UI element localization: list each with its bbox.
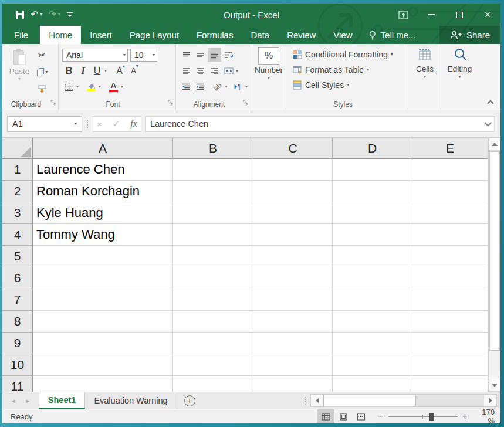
cell-C10[interactable] bbox=[253, 354, 333, 376]
cell-E7[interactable] bbox=[412, 289, 488, 311]
row-header-1[interactable]: 1 bbox=[2, 159, 33, 181]
row-header-7[interactable]: 7 bbox=[2, 289, 33, 311]
cell-C9[interactable] bbox=[253, 333, 333, 354]
wrap-text-button[interactable] bbox=[222, 48, 235, 62]
cell-A2[interactable]: Roman Korchagin bbox=[33, 181, 173, 202]
scroll-right-button[interactable] bbox=[484, 395, 496, 406]
orientation-dropdown-caret[interactable]: ▾ bbox=[225, 84, 227, 89]
row-header-6[interactable]: 6 bbox=[2, 267, 33, 289]
alignment-dialog-launcher[interactable] bbox=[243, 97, 248, 107]
save-button[interactable] bbox=[15, 10, 25, 19]
row-header-4[interactable]: 4 bbox=[2, 224, 33, 246]
merge-center-dropdown-caret[interactable]: ▾ bbox=[236, 69, 238, 73]
vertical-scrollbar[interactable] bbox=[488, 138, 500, 392]
new-sheet-button[interactable]: + bbox=[184, 392, 195, 409]
cell-C2[interactable] bbox=[253, 181, 333, 202]
conditional-formatting-caret[interactable]: ▾ bbox=[391, 52, 393, 57]
cell-D6[interactable] bbox=[333, 267, 412, 289]
fill-color-dropdown-caret[interactable]: ▾ bbox=[99, 84, 101, 89]
select-all-corner[interactable] bbox=[2, 138, 33, 159]
cell-E1[interactable] bbox=[412, 159, 488, 181]
scroll-left-button[interactable] bbox=[311, 395, 323, 406]
cells-button[interactable]: Cells ▾ bbox=[412, 47, 438, 97]
row-header-8[interactable]: 8 bbox=[2, 311, 33, 333]
copy-button[interactable]: ▾ bbox=[35, 65, 49, 79]
formula-bar-splitter[interactable] bbox=[86, 120, 89, 128]
cell-E8[interactable] bbox=[412, 311, 488, 333]
share-button[interactable]: Share bbox=[439, 26, 500, 44]
zoom-out-button[interactable]: − bbox=[378, 412, 383, 421]
cut-button[interactable]: ✂ bbox=[35, 48, 49, 62]
cell-D8[interactable] bbox=[333, 311, 412, 333]
cell-C6[interactable] bbox=[253, 267, 333, 289]
row-header-2[interactable]: 2 bbox=[2, 181, 33, 202]
cell-D3[interactable] bbox=[333, 202, 412, 224]
vertical-scroll-thumb[interactable] bbox=[489, 151, 500, 351]
cell-B8[interactable] bbox=[173, 311, 253, 333]
copy-dropdown-caret[interactable]: ▾ bbox=[45, 70, 48, 74]
tell-me-box[interactable]: Tell me... bbox=[361, 26, 423, 44]
ribbon-display-options-button[interactable] bbox=[390, 6, 416, 23]
cell-E6[interactable] bbox=[412, 267, 488, 289]
column-header-B[interactable]: B bbox=[173, 138, 253, 159]
cell-D4[interactable] bbox=[333, 224, 412, 246]
row-header-5[interactable]: 5 bbox=[2, 246, 33, 267]
cells-dropdown-caret[interactable]: ▾ bbox=[424, 74, 426, 79]
borders-button[interactable] bbox=[62, 80, 76, 94]
cell-E5[interactable] bbox=[412, 246, 488, 267]
cell-A8[interactable] bbox=[33, 311, 173, 333]
cell-B5[interactable] bbox=[173, 246, 253, 267]
customize-quick-access-button[interactable] bbox=[66, 11, 73, 18]
zoom-slider-thumb[interactable] bbox=[429, 413, 434, 421]
tab-view[interactable]: View bbox=[324, 26, 361, 44]
bottom-align-button[interactable] bbox=[208, 48, 221, 62]
cell-A9[interactable] bbox=[33, 333, 173, 354]
text-direction-button[interactable]: ¶ bbox=[231, 80, 245, 94]
cancel-entry-button[interactable]: × bbox=[97, 119, 102, 129]
top-align-button[interactable] bbox=[180, 48, 193, 62]
redo-dropdown-caret[interactable]: ▾ bbox=[58, 12, 60, 17]
cell-D2[interactable] bbox=[333, 181, 412, 202]
normal-view-button[interactable] bbox=[317, 409, 334, 423]
cell-C1[interactable] bbox=[253, 159, 333, 181]
tab-page-layout[interactable]: Page Layout bbox=[121, 26, 188, 44]
font-size-combobox[interactable]: 10 ▾ bbox=[130, 49, 157, 62]
name-box-caret[interactable]: ▾ bbox=[75, 121, 77, 126]
sheet-tab-evaluation-warning[interactable]: Evaluation Warning bbox=[85, 392, 177, 409]
cell-C4[interactable] bbox=[253, 224, 333, 246]
fill-color-button[interactable] bbox=[84, 80, 98, 94]
number-dropdown-caret[interactable]: ▾ bbox=[268, 76, 270, 80]
name-box[interactable]: A1 ▾ bbox=[7, 116, 82, 132]
font-name-caret[interactable]: ▾ bbox=[123, 53, 126, 57]
formula-input[interactable]: Laurence Chen bbox=[145, 116, 495, 132]
format-painter-button[interactable] bbox=[35, 82, 49, 96]
increase-indent-button[interactable] bbox=[194, 80, 207, 94]
font-dialog-launcher[interactable] bbox=[168, 97, 173, 107]
orientation-button[interactable]: ab bbox=[211, 80, 224, 94]
format-as-table-caret[interactable]: ▾ bbox=[367, 67, 369, 72]
number-format-button[interactable]: % Number ▾ bbox=[255, 47, 283, 97]
column-header-A[interactable]: A bbox=[33, 138, 173, 159]
decrease-font-size-button[interactable]: A▾ bbox=[128, 64, 141, 78]
cell-A4[interactable]: Tommy Wang bbox=[33, 224, 173, 246]
close-button[interactable]: × bbox=[475, 6, 500, 23]
italic-button[interactable]: I bbox=[76, 64, 90, 78]
decrease-indent-button[interactable] bbox=[180, 80, 193, 94]
cell-A6[interactable] bbox=[33, 267, 173, 289]
cell-B1[interactable] bbox=[173, 159, 253, 181]
undo-button[interactable]: ↶ ▾ bbox=[31, 10, 42, 19]
align-left-button[interactable] bbox=[180, 64, 193, 78]
undo-dropdown-caret[interactable]: ▾ bbox=[40, 12, 42, 17]
cell-B3[interactable] bbox=[173, 202, 253, 224]
maximize-button[interactable] bbox=[447, 6, 472, 23]
cell-E2[interactable] bbox=[412, 181, 488, 202]
paste-dropdown-caret[interactable]: ▾ bbox=[18, 77, 21, 82]
column-header-E[interactable]: E bbox=[412, 138, 488, 159]
underline-dropdown-caret[interactable]: ▾ bbox=[104, 69, 107, 73]
cell-B10[interactable] bbox=[173, 354, 253, 376]
font-size-caret[interactable]: ▾ bbox=[153, 53, 155, 57]
cell-D7[interactable] bbox=[333, 289, 412, 311]
paste-button[interactable]: Paste ▾ bbox=[6, 47, 33, 98]
cell-A1[interactable]: Laurence Chen bbox=[33, 159, 173, 181]
scroll-down-button[interactable] bbox=[489, 379, 500, 392]
